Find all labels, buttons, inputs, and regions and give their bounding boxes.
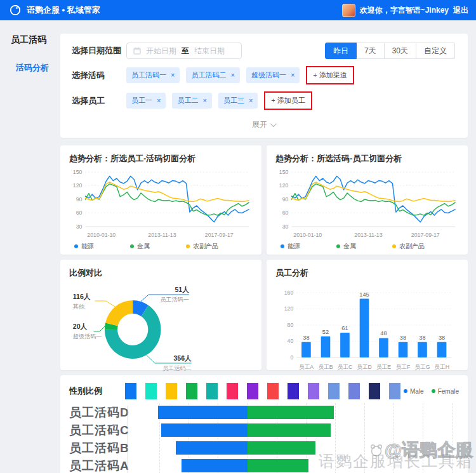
svg-text:员工C: 员工C [338,364,353,370]
expand-toggle[interactable]: 展开 [72,117,455,135]
svg-text:48: 48 [380,330,387,336]
code-tags: 员工活码一×员工活码二×超级活码一× [126,67,300,83]
user-area: 欢迎你，字言智语~Jinkey 退出 [342,4,468,17]
date-range-input[interactable]: 开始日期 至 结束日期 [126,43,242,59]
svg-text:120: 120 [284,305,294,312]
svg-text:员工活码一: 员工活码一 [160,296,189,303]
code-tag[interactable]: 员工活码一× [126,67,180,83]
calendar-icon [133,47,141,55]
svg-text:员工活码二: 员工活码二 [162,365,192,371]
sidebar-title: 员工活码 [11,34,60,46]
chart-legend: 能源金属农副产品 [275,242,459,251]
sidebar: 员工活码 活码分析 [0,20,60,74]
svg-text:38: 38 [439,335,445,341]
palette-swatch [166,383,177,399]
gender-card-header: 性别比例 MaleFemale [69,382,459,401]
code-tag[interactable]: 员工活码二× [186,67,239,83]
svg-text:52: 52 [322,329,329,335]
svg-text:员工E: 员工E [376,364,391,370]
svg-text:145: 145 [359,291,369,298]
male-bar [176,441,248,455]
app-header: 语鹦企服 • 私域管家 欢迎你，字言智语~Jinkey 退出 [0,0,476,20]
svg-text:员工B: 员工B [318,364,333,370]
tag-label: 员工活码一 [131,70,166,80]
close-icon[interactable]: × [291,72,294,79]
date-to-label: 至 [182,46,189,57]
svg-text:120: 120 [279,182,289,189]
close-icon[interactable]: × [171,72,175,79]
staff-select-label: 选择员工 [72,95,126,107]
range-preset-button[interactable]: 昨日 [325,43,357,59]
svg-text:员工H: 员工H [434,364,449,370]
male-bar [182,459,247,472]
legend-dot-icon [281,244,284,248]
brand-title: 语鹦企服 • 私域管家 [27,4,100,16]
close-icon[interactable]: × [157,97,161,104]
svg-text:员工F: 员工F [396,364,411,370]
gender-category-label: 员工活码C [69,423,120,437]
gender-ratio-card: 性别比例 MaleFemale 员工活码D员工活码C员工活码B员工活码A [60,375,468,473]
svg-text:0: 0 [290,354,293,361]
code-select-row: 选择活码 员工活码一×员工活码二×超级活码一× + 添加渠道 [72,66,455,84]
svg-text:60: 60 [76,210,83,216]
legend-item: 农副产品 [392,242,448,251]
female-bar [248,459,308,472]
color-palette [125,383,400,399]
svg-text:150: 150 [73,169,83,175]
sidebar-item-code-analysis[interactable]: 活码分析 [16,62,60,74]
chart-title: 性别比例 [69,385,125,397]
svg-text:61: 61 [341,325,348,331]
legend-dot-icon [336,244,340,248]
date-range-label: 选择日期范围 [72,45,126,57]
avatar[interactable] [342,4,355,17]
gender-chart: 员工活码D员工活码C员工活码B员工活码A [69,406,459,473]
range-preset-button[interactable]: 30天 [385,43,416,59]
svg-text:80: 80 [288,322,294,328]
legend-item: Male [404,388,424,395]
legend-dot-icon [74,244,78,248]
gender-category-label: 员工活码B [69,441,120,455]
svg-text:2010-01-10: 2010-01-10 [87,232,116,238]
legend-dot-icon [392,244,396,248]
close-icon[interactable]: × [202,97,206,104]
palette-swatch [186,383,197,399]
gender-category-label: 员工活码D [69,406,120,419]
staff-tag[interactable]: 员工一× [126,93,166,109]
donut-chart: 51人员工活码一356人员工活码二20人超级活码一116人其他 [69,283,253,374]
add-staff-button[interactable]: + 添加员工 [264,91,312,110]
end-date-placeholder: 结束日期 [194,46,225,57]
line-chart-staff: 3060901201502010-01-102013-11-132017-09-… [69,168,253,241]
staff-tag[interactable]: 员工三× [218,93,258,109]
svg-text:356人: 356人 [173,354,191,362]
add-channel-button[interactable]: + 添加渠道 [306,66,354,84]
svg-text:30: 30 [76,223,83,230]
gender-bars-plot [128,406,459,473]
range-preset-button[interactable]: 7天 [357,43,385,59]
logo-parrot-icon [9,4,22,17]
legend-label: 农副产品 [399,242,425,251]
trend-chart-card-code: 趋势分析：所选活码-员工切面分析 3060901201502010-01-102… [267,145,468,255]
tag-label: 超级活码一 [251,70,286,80]
staff-tag[interactable]: 员工二× [172,93,211,109]
logout-link[interactable]: 退出 [453,5,468,16]
male-bar [161,423,248,437]
start-date-placeholder: 开始日期 [146,46,176,57]
female-bar [248,423,331,437]
range-preset-button[interactable]: 自定义 [416,43,455,59]
chart-title: 趋势分析：所选员工-活码切面分析 [69,153,253,164]
gender-bar-row [128,406,459,419]
gender-bar-row [128,441,459,455]
palette-swatch [267,383,279,399]
palette-swatch [288,383,299,399]
svg-text:2017-09-17: 2017-09-17 [411,232,440,238]
code-tag[interactable]: 超级活码一× [246,67,300,83]
close-icon[interactable]: × [230,72,234,79]
chart-title: 趋势分析：所选活码-员工切面分析 [275,153,459,164]
legend-label: Male [410,388,424,395]
ratio-chart-card: 比例对比 51人员工活码一356人员工活码二20人超级活码一116人其他 [60,260,261,370]
female-bar [248,441,316,455]
legend-item: 金属 [130,242,186,251]
brand: 语鹦企服 • 私域管家 [9,4,100,17]
close-icon[interactable]: × [249,97,253,104]
svg-text:116人: 116人 [73,293,91,300]
